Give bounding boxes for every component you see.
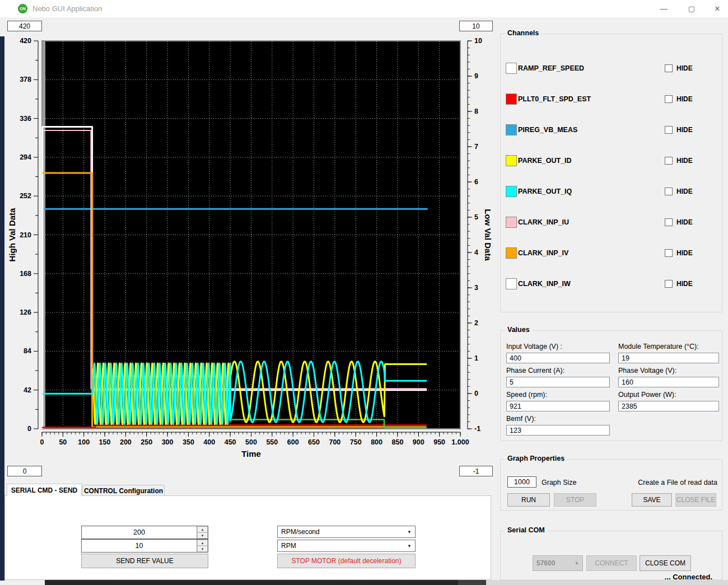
close-file-button[interactable]: CLOSE FILE	[675, 493, 716, 507]
channel-label: CLARK_INP_IU	[518, 218, 569, 226]
speed-unit-dropdown[interactable]: RPM ▼	[277, 540, 416, 552]
svg-text:252: 252	[20, 192, 31, 200]
input-voltage-field[interactable]	[506, 353, 610, 363]
module-temperature-field[interactable]	[618, 353, 719, 363]
chevron-down-icon: ▼	[407, 530, 412, 535]
titlebar: ON Nebo GUI Application — ▢ ✕	[0, 0, 728, 17]
app-logo-icon: ON	[18, 4, 27, 13]
svg-text:0: 0	[40, 438, 44, 446]
run-button[interactable]: RUN	[507, 493, 550, 507]
left-axis-min-input[interactable]	[7, 466, 42, 476]
output-power-label: Output Power (W):	[618, 391, 676, 399]
spinner-up-icon[interactable]: ▲	[197, 540, 208, 546]
svg-text:8: 8	[474, 107, 478, 115]
svg-text:1.000: 1.000	[451, 438, 469, 446]
hide-checkbox[interactable]	[665, 157, 673, 165]
channel-label: PARKE_OUT_ID	[518, 157, 572, 165]
hide-checkbox[interactable]	[665, 188, 673, 195]
svg-text:0: 0	[474, 390, 478, 397]
svg-text:5: 5	[474, 213, 478, 221]
svg-text:2: 2	[474, 319, 478, 327]
output-power-field[interactable]	[618, 401, 719, 411]
module-temperature-label: Module Temperature (°C):	[618, 343, 699, 350]
channel-label: CLARK_INP_IW	[518, 280, 571, 288]
speed-field[interactable]	[506, 401, 610, 411]
phase-voltage-label: Phase Voltage (V):	[618, 367, 676, 375]
svg-text:126: 126	[20, 308, 31, 316]
channels-group-title: Channels	[505, 29, 541, 37]
svg-text:210: 210	[20, 231, 31, 239]
taskbar-strip	[45, 580, 458, 585]
tab-serial-cmd-send[interactable]: SERIAL CMD - SEND	[7, 484, 82, 496]
application-window: ON Nebo GUI Application — ▢ ✕ 0428412616…	[0, 0, 728, 585]
svg-text:420: 420	[20, 37, 31, 45]
svg-text:High Val Data: High Val Data	[7, 208, 17, 262]
graph-properties-group: Graph Properties Graph Size Create a Fil…	[500, 459, 722, 511]
svg-text:550: 550	[266, 438, 278, 446]
baud-rate-value: 57600	[536, 559, 555, 567]
hide-label: HIDE	[676, 64, 693, 72]
channel-row-pireg-vb-meas: PIREG_VB_MEAS HIDE	[501, 124, 722, 137]
graph-size-label: Graph Size	[542, 479, 577, 486]
baud-rate-dropdown[interactable]: 57600 ▼	[533, 555, 583, 571]
channel-row-clark-inp-iv: CLARK_INP_IV HIDE	[501, 247, 722, 260]
save-button[interactable]: SAVE	[632, 493, 672, 507]
values-group-title: Values	[505, 326, 532, 334]
channel-row-pllt0-flt-spd-est: PLLT0_FLT_SPD_EST HIDE	[501, 93, 722, 106]
svg-text:4: 4	[474, 249, 478, 256]
svg-text:84: 84	[24, 347, 31, 355]
values-group: Values Input Voltage (V) : Module Temper…	[500, 330, 722, 441]
hide-label: HIDE	[676, 218, 693, 226]
hide-checkbox[interactable]	[665, 280, 673, 288]
svg-text:-1: -1	[474, 425, 480, 433]
ramp-unit-dropdown[interactable]: RPM/second ▼	[277, 526, 416, 538]
left-axis-max-input[interactable]	[7, 21, 42, 31]
svg-text:500: 500	[245, 438, 257, 446]
tab-control-configuration[interactable]: CONTROL Configuration	[82, 485, 165, 496]
hide-checkbox[interactable]	[665, 95, 673, 103]
phase-current-field[interactable]	[506, 377, 610, 387]
channel-row-clark-inp-iw: CLARK_INP_IW HIDE	[501, 278, 722, 291]
desktop-edge-strip	[0, 36, 4, 581]
hide-checkbox[interactable]	[665, 218, 673, 226]
hide-checkbox[interactable]	[665, 64, 673, 72]
bemf-field[interactable]	[506, 425, 610, 436]
close-icon[interactable]: ✕	[704, 0, 728, 17]
ref-value-spinner[interactable]: 200 ▲ ▼	[81, 526, 208, 539]
send-ref-value-button[interactable]: SEND REF VALUE	[81, 554, 208, 568]
serial-com-title: Serial COM	[505, 526, 547, 534]
connect-button[interactable]: CONNECT	[586, 555, 637, 571]
maximize-icon[interactable]: ▢	[679, 0, 704, 17]
minimize-icon[interactable]: —	[651, 0, 676, 17]
svg-text:250: 250	[141, 438, 152, 446]
stop-button[interactable]: STOP	[554, 493, 596, 507]
spinner-buttons: ▲ ▼	[197, 540, 208, 552]
hide-label: HIDE	[676, 157, 693, 165]
svg-text:300: 300	[162, 438, 174, 446]
taskbar-strip	[458, 580, 486, 585]
phase-voltage-field[interactable]	[618, 377, 719, 387]
hide-checkbox[interactable]	[665, 126, 673, 134]
spinner-down-icon[interactable]: ▼	[197, 546, 208, 552]
hide-label: HIDE	[676, 188, 693, 195]
hide-checkbox[interactable]	[665, 249, 673, 257]
channel-row-parke-out-iq: PARKE_OUT_IQ HIDE	[501, 186, 722, 198]
svg-text:350: 350	[183, 438, 194, 446]
ramp-value-spinner[interactable]: 10 ▲ ▼	[81, 539, 208, 553]
graph-size-input[interactable]	[507, 476, 536, 488]
svg-text:Time: Time	[241, 449, 261, 458]
hide-label: HIDE	[676, 280, 693, 288]
close-com-button[interactable]: CLOSE COM	[640, 555, 691, 571]
spinner-down-icon[interactable]: ▼	[197, 532, 208, 539]
svg-text:650: 650	[308, 438, 320, 446]
graph-properties-title: Graph Properties	[505, 455, 567, 462]
svg-text:168: 168	[20, 270, 31, 278]
right-axis-min-input[interactable]	[459, 466, 493, 476]
svg-text:950: 950	[433, 438, 445, 446]
svg-text:9: 9	[474, 72, 478, 80]
svg-text:850: 850	[392, 438, 404, 446]
spinner-up-icon[interactable]: ▲	[197, 526, 208, 532]
stop-motor-button[interactable]: STOP MOTOR (default deceleration)	[277, 554, 416, 568]
right-axis-max-input[interactable]	[459, 21, 493, 31]
chevron-down-icon: ▼	[407, 544, 412, 549]
